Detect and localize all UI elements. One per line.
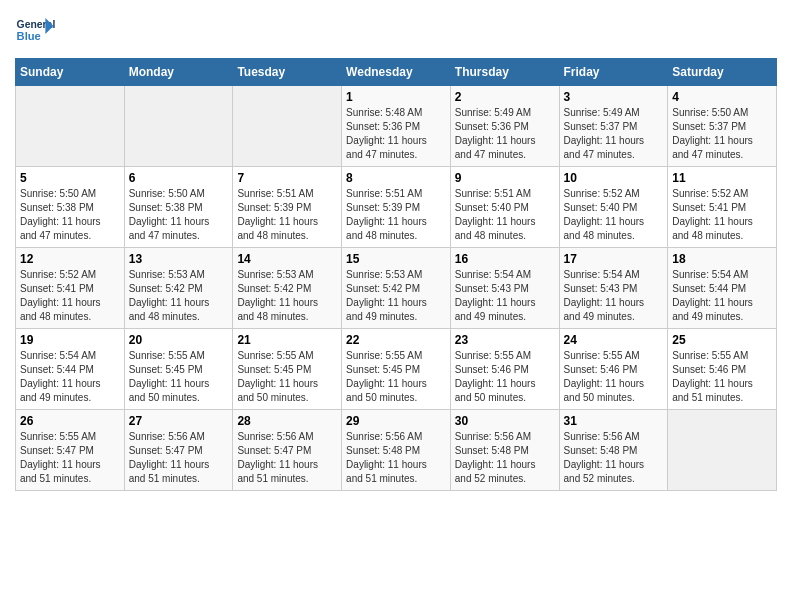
sunset-label: Sunset: 5:44 PM bbox=[672, 283, 746, 294]
daylight-label: Daylight: 11 hours and 49 minutes. bbox=[672, 297, 753, 322]
day-info: Sunrise: 5:50 AM Sunset: 5:37 PM Dayligh… bbox=[672, 106, 772, 162]
daylight-label: Daylight: 11 hours and 51 minutes. bbox=[237, 459, 318, 484]
day-number: 19 bbox=[20, 333, 120, 347]
day-number: 6 bbox=[129, 171, 229, 185]
day-info: Sunrise: 5:56 AM Sunset: 5:47 PM Dayligh… bbox=[237, 430, 337, 486]
day-number: 17 bbox=[564, 252, 664, 266]
day-cell: 18 Sunrise: 5:54 AM Sunset: 5:44 PM Dayl… bbox=[668, 248, 777, 329]
day-cell: 28 Sunrise: 5:56 AM Sunset: 5:47 PM Dayl… bbox=[233, 410, 342, 491]
sunset-label: Sunset: 5:47 PM bbox=[129, 445, 203, 456]
calendar-table: SundayMondayTuesdayWednesdayThursdayFrid… bbox=[15, 58, 777, 491]
daylight-label: Daylight: 11 hours and 49 minutes. bbox=[564, 297, 645, 322]
sunrise-label: Sunrise: 5:55 AM bbox=[129, 350, 205, 361]
sunrise-label: Sunrise: 5:53 AM bbox=[129, 269, 205, 280]
day-number: 10 bbox=[564, 171, 664, 185]
day-info: Sunrise: 5:50 AM Sunset: 5:38 PM Dayligh… bbox=[129, 187, 229, 243]
day-cell: 9 Sunrise: 5:51 AM Sunset: 5:40 PM Dayli… bbox=[450, 167, 559, 248]
day-cell: 17 Sunrise: 5:54 AM Sunset: 5:43 PM Dayl… bbox=[559, 248, 668, 329]
day-cell: 12 Sunrise: 5:52 AM Sunset: 5:41 PM Dayl… bbox=[16, 248, 125, 329]
week-row-3: 12 Sunrise: 5:52 AM Sunset: 5:41 PM Dayl… bbox=[16, 248, 777, 329]
day-info: Sunrise: 5:55 AM Sunset: 5:46 PM Dayligh… bbox=[672, 349, 772, 405]
sunset-label: Sunset: 5:39 PM bbox=[346, 202, 420, 213]
sunset-label: Sunset: 5:41 PM bbox=[20, 283, 94, 294]
week-row-4: 19 Sunrise: 5:54 AM Sunset: 5:44 PM Dayl… bbox=[16, 329, 777, 410]
day-cell: 3 Sunrise: 5:49 AM Sunset: 5:37 PM Dayli… bbox=[559, 86, 668, 167]
day-number: 1 bbox=[346, 90, 446, 104]
sunset-label: Sunset: 5:36 PM bbox=[455, 121, 529, 132]
day-cell: 19 Sunrise: 5:54 AM Sunset: 5:44 PM Dayl… bbox=[16, 329, 125, 410]
sunset-label: Sunset: 5:38 PM bbox=[20, 202, 94, 213]
day-info: Sunrise: 5:51 AM Sunset: 5:39 PM Dayligh… bbox=[346, 187, 446, 243]
daylight-label: Daylight: 11 hours and 48 minutes. bbox=[20, 297, 101, 322]
sunrise-label: Sunrise: 5:51 AM bbox=[455, 188, 531, 199]
sunrise-label: Sunrise: 5:55 AM bbox=[20, 431, 96, 442]
day-number: 15 bbox=[346, 252, 446, 266]
daylight-label: Daylight: 11 hours and 48 minutes. bbox=[455, 216, 536, 241]
sunrise-label: Sunrise: 5:53 AM bbox=[346, 269, 422, 280]
day-cell: 6 Sunrise: 5:50 AM Sunset: 5:38 PM Dayli… bbox=[124, 167, 233, 248]
sunrise-label: Sunrise: 5:53 AM bbox=[237, 269, 313, 280]
day-number: 20 bbox=[129, 333, 229, 347]
sunset-label: Sunset: 5:47 PM bbox=[237, 445, 311, 456]
sunrise-label: Sunrise: 5:55 AM bbox=[346, 350, 422, 361]
day-number: 4 bbox=[672, 90, 772, 104]
sunset-label: Sunset: 5:45 PM bbox=[237, 364, 311, 375]
sunrise-label: Sunrise: 5:56 AM bbox=[455, 431, 531, 442]
day-info: Sunrise: 5:52 AM Sunset: 5:41 PM Dayligh… bbox=[20, 268, 120, 324]
day-info: Sunrise: 5:49 AM Sunset: 5:37 PM Dayligh… bbox=[564, 106, 664, 162]
logo: General Blue bbox=[15, 10, 59, 50]
day-number: 12 bbox=[20, 252, 120, 266]
day-cell: 30 Sunrise: 5:56 AM Sunset: 5:48 PM Dayl… bbox=[450, 410, 559, 491]
day-cell: 10 Sunrise: 5:52 AM Sunset: 5:40 PM Dayl… bbox=[559, 167, 668, 248]
week-row-2: 5 Sunrise: 5:50 AM Sunset: 5:38 PM Dayli… bbox=[16, 167, 777, 248]
sunrise-label: Sunrise: 5:50 AM bbox=[672, 107, 748, 118]
day-number: 7 bbox=[237, 171, 337, 185]
sunrise-label: Sunrise: 5:51 AM bbox=[346, 188, 422, 199]
sunrise-label: Sunrise: 5:52 AM bbox=[672, 188, 748, 199]
day-cell bbox=[16, 86, 125, 167]
daylight-label: Daylight: 11 hours and 49 minutes. bbox=[20, 378, 101, 403]
sunset-label: Sunset: 5:40 PM bbox=[455, 202, 529, 213]
sunset-label: Sunset: 5:40 PM bbox=[564, 202, 638, 213]
sunrise-label: Sunrise: 5:55 AM bbox=[564, 350, 640, 361]
day-header-saturday: Saturday bbox=[668, 59, 777, 86]
sunrise-label: Sunrise: 5:52 AM bbox=[20, 269, 96, 280]
day-cell: 22 Sunrise: 5:55 AM Sunset: 5:45 PM Dayl… bbox=[342, 329, 451, 410]
day-cell: 24 Sunrise: 5:55 AM Sunset: 5:46 PM Dayl… bbox=[559, 329, 668, 410]
daylight-label: Daylight: 11 hours and 47 minutes. bbox=[129, 216, 210, 241]
daylight-label: Daylight: 11 hours and 47 minutes. bbox=[346, 135, 427, 160]
day-info: Sunrise: 5:55 AM Sunset: 5:46 PM Dayligh… bbox=[564, 349, 664, 405]
day-cell: 7 Sunrise: 5:51 AM Sunset: 5:39 PM Dayli… bbox=[233, 167, 342, 248]
day-cell: 31 Sunrise: 5:56 AM Sunset: 5:48 PM Dayl… bbox=[559, 410, 668, 491]
day-cell: 25 Sunrise: 5:55 AM Sunset: 5:46 PM Dayl… bbox=[668, 329, 777, 410]
day-info: Sunrise: 5:54 AM Sunset: 5:43 PM Dayligh… bbox=[564, 268, 664, 324]
sunset-label: Sunset: 5:48 PM bbox=[346, 445, 420, 456]
day-number: 14 bbox=[237, 252, 337, 266]
sunset-label: Sunset: 5:43 PM bbox=[564, 283, 638, 294]
day-cell: 27 Sunrise: 5:56 AM Sunset: 5:47 PM Dayl… bbox=[124, 410, 233, 491]
daylight-label: Daylight: 11 hours and 52 minutes. bbox=[455, 459, 536, 484]
day-number: 23 bbox=[455, 333, 555, 347]
day-info: Sunrise: 5:52 AM Sunset: 5:40 PM Dayligh… bbox=[564, 187, 664, 243]
day-number: 2 bbox=[455, 90, 555, 104]
day-info: Sunrise: 5:56 AM Sunset: 5:47 PM Dayligh… bbox=[129, 430, 229, 486]
day-cell: 26 Sunrise: 5:55 AM Sunset: 5:47 PM Dayl… bbox=[16, 410, 125, 491]
day-info: Sunrise: 5:55 AM Sunset: 5:46 PM Dayligh… bbox=[455, 349, 555, 405]
day-number: 24 bbox=[564, 333, 664, 347]
day-cell: 16 Sunrise: 5:54 AM Sunset: 5:43 PM Dayl… bbox=[450, 248, 559, 329]
daylight-label: Daylight: 11 hours and 50 minutes. bbox=[455, 378, 536, 403]
daylight-label: Daylight: 11 hours and 47 minutes. bbox=[455, 135, 536, 160]
daylight-label: Daylight: 11 hours and 51 minutes. bbox=[672, 378, 753, 403]
sunset-label: Sunset: 5:38 PM bbox=[129, 202, 203, 213]
day-info: Sunrise: 5:53 AM Sunset: 5:42 PM Dayligh… bbox=[346, 268, 446, 324]
sunrise-label: Sunrise: 5:56 AM bbox=[346, 431, 422, 442]
sunset-label: Sunset: 5:37 PM bbox=[672, 121, 746, 132]
sunset-label: Sunset: 5:48 PM bbox=[455, 445, 529, 456]
day-number: 18 bbox=[672, 252, 772, 266]
day-number: 27 bbox=[129, 414, 229, 428]
day-cell: 5 Sunrise: 5:50 AM Sunset: 5:38 PM Dayli… bbox=[16, 167, 125, 248]
daylight-label: Daylight: 11 hours and 51 minutes. bbox=[20, 459, 101, 484]
daylight-label: Daylight: 11 hours and 48 minutes. bbox=[346, 216, 427, 241]
day-info: Sunrise: 5:55 AM Sunset: 5:47 PM Dayligh… bbox=[20, 430, 120, 486]
daylight-label: Daylight: 11 hours and 48 minutes. bbox=[237, 297, 318, 322]
